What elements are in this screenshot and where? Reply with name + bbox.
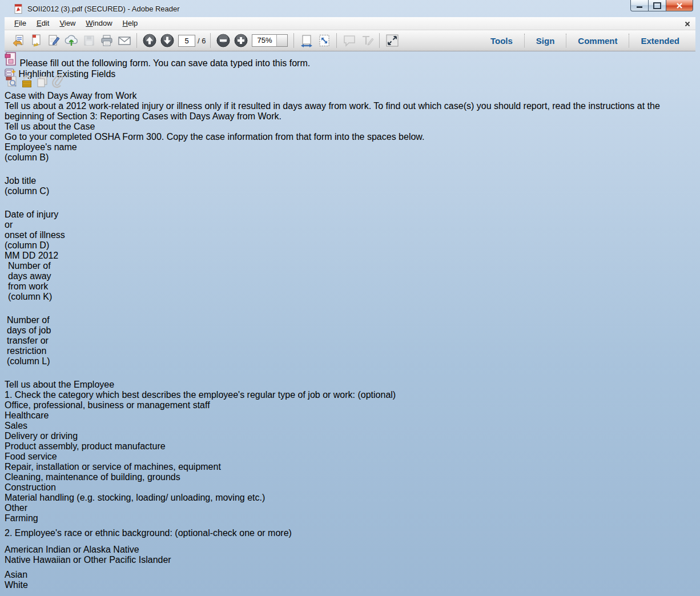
minimize-icon: [637, 6, 642, 8]
column-d-sublabel: (column D): [5, 240, 86, 251]
injury-month-dropdown[interactable]: MM: [5, 251, 20, 260]
radio-option[interactable]: Material handling (e.g. stocking, loadin…: [5, 493, 695, 503]
radio-option[interactable]: Farming: [5, 513, 695, 523]
radio-option[interactable]: Construction: [5, 482, 695, 493]
document-canvas: Case with Days Away from Work Tell us ab…: [5, 91, 695, 596]
radio-option[interactable]: Cleaning, maintenance of building, groun…: [5, 472, 695, 482]
radio-option[interactable]: Product assembly, product manufacture: [5, 441, 695, 452]
extended-panel-button[interactable]: Extended: [629, 34, 691, 48]
close-icon: [676, 3, 683, 9]
tools-panel-button[interactable]: Tools: [479, 34, 524, 48]
radio-option[interactable]: Healthcare: [5, 410, 695, 421]
pages-icon[interactable]: [36, 80, 51, 90]
menu-window[interactable]: Window: [81, 18, 117, 29]
column-c-sublabel: (column C): [5, 186, 74, 196]
comment-bubble-icon[interactable]: [340, 33, 358, 49]
fullscreen-icon[interactable]: [383, 33, 401, 49]
adobe-reader-window: SOII2012 (3).pdf (SECURED) - Adobe Reade…: [0, 0, 700, 596]
maximize-icon: [653, 2, 661, 9]
days-away-label: Number of days away from work: [8, 261, 62, 292]
case-instruction: Go to your completed OSHA Form 300. Copy…: [5, 132, 695, 142]
question-2: 2. Employee's race or ethnic background:…: [5, 528, 695, 538]
q2-options: American Indian or Alaska Native Native …: [5, 545, 695, 596]
checkbox-option[interactable]: White: [5, 580, 695, 590]
comment-panel-button[interactable]: Comment: [566, 34, 629, 48]
zoom-level-combobox[interactable]: 75%: [252, 34, 288, 47]
checkbox-option[interactable]: Asian: [5, 570, 695, 580]
injury-day-dropdown[interactable]: DD: [22, 251, 35, 260]
notification-message: Please fill out the following form. You …: [19, 58, 310, 68]
job-title-label: Job title: [5, 176, 74, 186]
q1-options: Office, professional, business or manage…: [5, 400, 695, 523]
employee-name-column: Employee's name (column B): [5, 142, 113, 176]
job-transfer-label: Number of days of job transfer or restri…: [7, 315, 62, 356]
save-icon[interactable]: [80, 33, 98, 49]
menubar: File Edit View Window Help: [5, 17, 695, 30]
attachments-icon[interactable]: [51, 80, 63, 90]
column-l-sublabel: (column L): [7, 356, 62, 367]
employee-name-field[interactable]: [5, 163, 92, 176]
previous-page-icon[interactable]: [140, 33, 158, 49]
toolbar-separator: [210, 33, 211, 48]
form-intro: Tell us about a 2012 work-related injury…: [5, 101, 695, 122]
injury-date-column: Date of injury or onset of illness (colu…: [5, 210, 86, 261]
email-icon[interactable]: [115, 33, 133, 49]
employee-name-label: Employee's name: [5, 142, 113, 152]
maximize-button[interactable]: [648, 0, 666, 11]
job-transfer-column: Number of days of job transfer or restri…: [7, 315, 62, 380]
next-page-icon[interactable]: [158, 33, 176, 49]
injury-year-value: 2012: [38, 251, 59, 260]
injury-date-label: Date of injury or onset of illness: [5, 210, 86, 240]
radio-option[interactable]: Office, professional, business or manage…: [5, 400, 695, 410]
checkbox-option[interactable]: Native Hawaiian or Other Pacific Islande…: [5, 555, 695, 565]
zoom-dropdown-arrow-icon[interactable]: [276, 35, 287, 46]
form-notification-bar: Please fill out the following form. You …: [5, 51, 695, 74]
cloud-upload-icon[interactable]: [62, 33, 80, 49]
days-away-field[interactable]: [8, 302, 26, 315]
titlebar: SOII2012 (3).pdf (SECURED) - Adobe Reade…: [0, 0, 700, 17]
page-number-input[interactable]: 5: [178, 35, 195, 47]
menu-view[interactable]: View: [54, 18, 81, 29]
form-body: Tell us about the Employee 1. Check the …: [5, 380, 695, 596]
print-icon[interactable]: [98, 33, 115, 49]
close-document-icon[interactable]: [684, 19, 691, 26]
toolbar-separator: [336, 33, 337, 48]
job-transfer-field[interactable]: [7, 367, 25, 380]
sign-pen-icon[interactable]: [45, 33, 62, 49]
open-file-icon[interactable]: [9, 33, 27, 49]
radio-option[interactable]: Other: [5, 503, 695, 513]
radio-option[interactable]: Delivery or driving: [5, 431, 695, 441]
create-pdf-icon[interactable]: [27, 33, 45, 49]
column-b-sublabel: (column B): [5, 152, 113, 163]
checkbox-option[interactable]: American Indian or Alaska Native: [5, 545, 695, 555]
radio-option[interactable]: Food service: [5, 452, 695, 462]
minimize-button[interactable]: [630, 0, 649, 11]
zoom-out-icon[interactable]: [214, 33, 232, 49]
panel-buttons: Tools Sign Comment Extended: [479, 34, 691, 48]
text-annotation-icon[interactable]: [358, 33, 376, 49]
menu-help[interactable]: Help: [118, 18, 143, 29]
form-document-icon: [5, 51, 17, 66]
form-title: Case with Days Away from Work: [5, 91, 695, 101]
days-away-column: Number of days away from work (column K): [8, 261, 62, 315]
toolbar-separator: [293, 33, 294, 48]
menu-file[interactable]: File: [9, 18, 31, 29]
window-title: SOII2012 (3).pdf (SECURED) - Adobe Reade…: [27, 5, 180, 13]
sign-panel-button[interactable]: Sign: [525, 34, 566, 48]
window-body: File Edit View Window Help: [5, 17, 695, 596]
zoom-level-value: 75%: [252, 35, 276, 46]
radio-option[interactable]: Sales: [5, 421, 695, 431]
fit-width-icon[interactable]: [297, 33, 315, 49]
adobe-reader-app-icon: [14, 4, 23, 14]
question-1: 1. Check the category which best describ…: [5, 390, 695, 400]
page-total-label: / 6: [198, 37, 206, 45]
menu-edit[interactable]: Edit: [31, 18, 54, 29]
fit-page-icon[interactable]: [315, 33, 333, 49]
radio-option[interactable]: Repair, installation or service of machi…: [5, 462, 695, 472]
zoom-in-icon[interactable]: [232, 33, 250, 49]
page-thumbnails-icon[interactable]: [5, 80, 21, 90]
close-button[interactable]: [666, 0, 693, 11]
security-lock-icon[interactable]: [21, 80, 35, 90]
case-section-heading: Tell us about the Case: [5, 122, 695, 132]
job-title-field[interactable]: [5, 196, 69, 210]
